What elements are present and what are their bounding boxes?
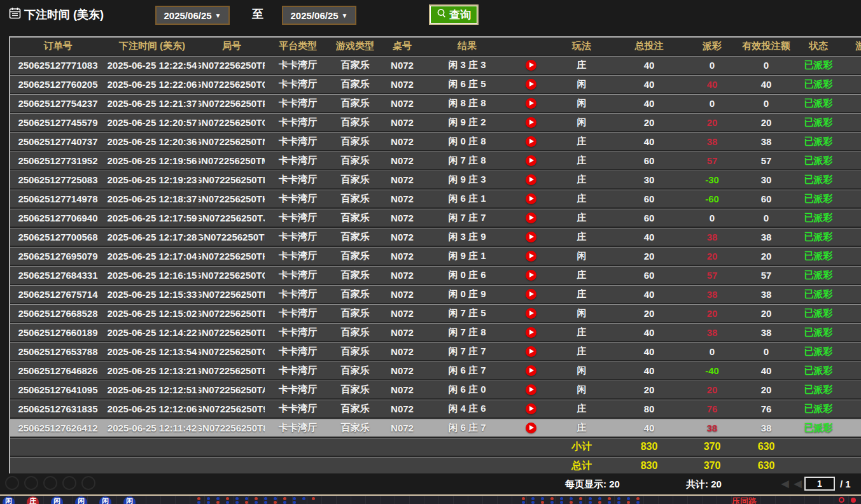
- bet-type: 庄: [552, 400, 611, 417]
- payout-amount: 0: [687, 342, 737, 360]
- status-badge: 已派彩: [795, 419, 841, 437]
- table-row[interactable]: 250625127725083 2025-06-25 12:19:23 GN07…: [10, 169, 861, 188]
- round-id: GN072256250TP: [199, 94, 265, 112]
- order-id: 250625127675714: [10, 285, 106, 303]
- table-row[interactable]: 250625127626412 2025-06-25 12:11:42 GN07…: [10, 417, 861, 437]
- previous-page-icon[interactable]: ◀: [794, 478, 802, 489]
- order-id: 250625127706940: [10, 209, 106, 227]
- page-number-input[interactable]: [804, 477, 835, 491]
- search-button[interactable]: 查询: [429, 4, 479, 25]
- grand-total-label: 总计: [552, 457, 611, 473]
- replay-play-icon[interactable]: [526, 423, 536, 433]
- roadmap-dot: [264, 501, 267, 504]
- valid-bet: 38: [737, 285, 795, 303]
- table-row[interactable]: 250625127675714 2025-06-25 12:15:33 GN07…: [10, 284, 861, 303]
- table-row[interactable]: 250625127684331 2025-06-25 12:16:15 GN07…: [10, 265, 861, 284]
- replay-play-icon[interactable]: [526, 270, 536, 281]
- table-row[interactable]: 250625127714978 2025-06-25 12:18:37 GN07…: [10, 188, 861, 207]
- replay-play-icon[interactable]: [526, 327, 536, 338]
- table-row[interactable]: 250625127668528 2025-06-25 12:15:02 GN07…: [10, 303, 861, 322]
- replay-play-icon[interactable]: [526, 213, 536, 223]
- table-row[interactable]: 250625127653788 2025-06-25 12:13:54 GN07…: [10, 341, 861, 360]
- round-id: GN072256250TH: [199, 247, 265, 265]
- date-from-select[interactable]: 2025/06/25 ▼: [155, 6, 230, 25]
- platform-type: 卡卡湾厅: [265, 323, 331, 341]
- column-header: 桌号: [379, 38, 425, 55]
- bet-time: 2025-06-25 12:17:28: [106, 228, 199, 246]
- valid-bet: 20: [737, 247, 795, 265]
- game-type: 百家乐: [331, 400, 379, 417]
- table-row[interactable]: 250625127754237 2025-06-25 12:21:37 GN07…: [10, 93, 861, 112]
- table-row[interactable]: 250625127731952 2025-06-25 12:19:56 GN07…: [10, 150, 861, 169]
- roadmap-dot: [293, 501, 296, 504]
- table-number: N072: [379, 171, 425, 188]
- total-bet: 20: [611, 381, 687, 398]
- replay-cell: [509, 285, 552, 303]
- table-number: N072: [379, 190, 425, 207]
- background-artifact: [43, 476, 57, 490]
- table-row[interactable]: 250625127771083 2025-06-25 12:22:54 GN07…: [10, 55, 861, 74]
- table-number: N072: [379, 266, 425, 284]
- replay-play-icon[interactable]: [526, 403, 536, 414]
- replay-play-icon[interactable]: [526, 117, 536, 128]
- bet-time: 2025-06-25 12:11:42: [106, 419, 199, 437]
- replay-play-icon[interactable]: [526, 232, 536, 242]
- table-row[interactable]: 250625127641095 2025-06-25 12:12:51 GN07…: [10, 379, 861, 398]
- game-type: 百家乐: [331, 342, 379, 360]
- first-page-icon[interactable]: ◀: [781, 478, 789, 489]
- order-id: 250625127771083: [10, 56, 106, 74]
- table-row[interactable]: 250625127745579 2025-06-25 12:20:57 GN07…: [10, 112, 861, 131]
- table-number: N072: [379, 56, 425, 74]
- roadmap-marker-icon: 闲: [99, 496, 111, 504]
- table-row[interactable]: 250625127700568 2025-06-25 12:17:28 GN07…: [10, 227, 861, 246]
- payout-amount: -60: [687, 190, 737, 207]
- bet-time: 2025-06-25 12:21:37: [106, 94, 199, 112]
- column-header: 订单号: [10, 38, 106, 55]
- replay-play-icon[interactable]: [526, 346, 536, 357]
- replay-play-icon[interactable]: [526, 365, 536, 376]
- replay-play-icon[interactable]: [526, 251, 536, 262]
- replay-play-icon[interactable]: [526, 174, 536, 185]
- solid-red-circle-icon: [851, 498, 856, 503]
- table-row[interactable]: 250625127760205 2025-06-25 12:22:06 GN07…: [10, 74, 861, 93]
- replay-play-icon[interactable]: [526, 79, 536, 90]
- calendar-icon: [9, 7, 21, 22]
- replay-play-icon[interactable]: [526, 155, 536, 166]
- table-row[interactable]: 250625127660189 2025-06-25 12:14:22 GN07…: [10, 322, 861, 341]
- grand-total-valid-bet: 630: [737, 457, 795, 473]
- replay-play-icon[interactable]: [526, 98, 536, 109]
- game-result: 闲 6 庄 7: [425, 419, 509, 437]
- date-to-select[interactable]: 2025/06/25 ▼: [282, 6, 356, 25]
- platform-type: 卡卡湾厅: [265, 304, 331, 322]
- replay-play-icon[interactable]: [526, 193, 536, 204]
- replay-play-icon[interactable]: [526, 60, 536, 71]
- extra-cell: [841, 361, 861, 379]
- extra-cell: [841, 228, 861, 246]
- valid-bet: 57: [737, 151, 795, 169]
- bet-type: 庄: [552, 190, 611, 207]
- table-row[interactable]: 250625127631835 2025-06-25 12:12:06 GN07…: [10, 398, 861, 417]
- replay-play-icon[interactable]: [526, 136, 536, 147]
- bet-type: 庄: [552, 266, 611, 284]
- status-badge: 已派彩: [795, 228, 841, 246]
- platform-type: 卡卡湾厅: [265, 151, 331, 169]
- platform-type: 卡卡湾厅: [265, 285, 331, 303]
- bet-type: 庄: [552, 132, 611, 150]
- table-number: N072: [379, 209, 425, 227]
- roadmap-dot: [541, 501, 544, 504]
- replay-play-icon[interactable]: [526, 308, 536, 319]
- grand-total-row: 总计 830 370 630: [10, 456, 861, 473]
- round-id: GN072256250TA: [199, 381, 265, 398]
- replay-play-icon[interactable]: [526, 289, 536, 300]
- replay-play-icon[interactable]: [526, 384, 536, 395]
- table-row[interactable]: 250625127706940 2025-06-25 12:17:59 GN07…: [10, 207, 861, 227]
- table-row[interactable]: 250625127695079 2025-06-25 12:17:04 GN07…: [10, 246, 861, 265]
- game-type: 百家乐: [331, 132, 379, 150]
- table-number: N072: [379, 247, 425, 265]
- table-row[interactable]: 250625127646826 2025-06-25 12:13:21 GN07…: [10, 360, 861, 379]
- status-badge: 已派彩: [795, 304, 841, 322]
- table-row[interactable]: 250625127740737 2025-06-25 12:20:36 GN07…: [10, 131, 861, 150]
- extra-cell: [841, 342, 861, 360]
- roadmap-dot: [226, 501, 229, 504]
- payout-amount: 20: [687, 381, 737, 398]
